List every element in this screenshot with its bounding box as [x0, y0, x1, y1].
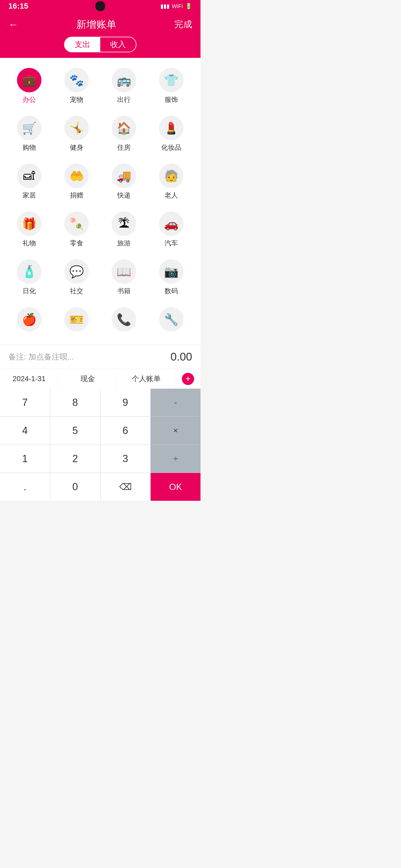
add-icon[interactable]: +	[182, 373, 194, 385]
category-item-fitness[interactable]: 🤸健身	[53, 111, 100, 156]
keypad: 789-456×123÷.0⌫OK	[0, 389, 200, 501]
category-icon-clothing: 👕	[159, 68, 183, 92]
key-ok[interactable]: OK	[151, 473, 200, 501]
key-6[interactable]: 6	[101, 417, 150, 444]
bottom-note-bar: 备注: 加点备注呗... 0.00	[0, 345, 200, 369]
category-item-shopping[interactable]: 🛒购物	[6, 111, 53, 156]
category-icon-cosmetics: 💄	[159, 116, 183, 140]
category-icon-donation: 🤲	[64, 163, 89, 188]
date-label: 2024-1-31	[12, 374, 46, 383]
category-label-cosmetics: 化妆品	[161, 143, 181, 152]
done-button[interactable]: 完成	[174, 18, 192, 31]
category-item-coupon[interactable]: 🎫	[53, 303, 100, 339]
tab-container: 支出 收入	[64, 37, 137, 52]
category-item-housing[interactable]: 🏠住房	[100, 111, 148, 156]
category-icon-gift: 🎁	[17, 211, 41, 236]
category-icon-snack: 🍡	[64, 211, 89, 236]
key-delete[interactable]: ⌫	[101, 473, 150, 501]
category-icon-car: 🚗	[159, 211, 183, 236]
back-button[interactable]: ←	[8, 19, 18, 30]
category-icon-tools: 🔧	[159, 307, 183, 332]
category-item-furniture[interactable]: 🛋家居	[6, 159, 53, 204]
category-icon-books: 📖	[112, 259, 136, 284]
category-label-pet: 宠物	[70, 95, 83, 104]
category-label-digital: 数码	[165, 286, 178, 296]
category-label-books: 书籍	[117, 286, 131, 296]
payment-method-selector[interactable]: 现金	[58, 369, 117, 389]
category-icon-shopping: 🛒	[17, 116, 41, 140]
category-icon-elderly: 🧓	[159, 163, 183, 188]
plus-symbol: +	[185, 374, 191, 384]
key-2[interactable]: 2	[50, 445, 100, 473]
category-item-tools[interactable]: 🔧	[148, 303, 195, 339]
category-item-food[interactable]: 🍎	[6, 303, 53, 339]
account-selector[interactable]: 个人账单	[117, 369, 175, 389]
category-item-cosmetics[interactable]: 💄化妆品	[148, 111, 195, 156]
key-7[interactable]: 7	[0, 389, 50, 416]
category-item-gift[interactable]: 🎁礼物	[6, 207, 53, 252]
note-placeholder[interactable]: 备注: 加点备注呗...	[8, 352, 74, 362]
key-0[interactable]: 0	[50, 473, 100, 501]
category-icon-delivery: 🚚	[112, 163, 136, 188]
category-icon-travel: 🏝	[112, 211, 136, 236]
category-label-fitness: 健身	[70, 143, 83, 152]
category-item-pet[interactable]: 🐾宠物	[53, 63, 100, 108]
key-1[interactable]: 1	[0, 445, 50, 473]
category-icon-coupon: 🎫	[64, 307, 89, 332]
page-title: 新增账单	[76, 18, 116, 31]
category-item-daily[interactable]: 🧴日化	[6, 255, 53, 300]
category-label-social: 社交	[70, 286, 83, 296]
category-icon-furniture: 🛋	[17, 163, 41, 188]
category-label-snack: 零食	[70, 239, 83, 248]
account-label: 个人账单	[132, 374, 161, 384]
key-8[interactable]: 8	[50, 389, 100, 416]
category-label-gift: 礼物	[23, 239, 36, 248]
category-label-office: 办公	[23, 95, 36, 104]
category-item-office[interactable]: 💼办公	[6, 63, 53, 108]
status-icons: ▮▮▮ WiFi 🔋	[161, 3, 192, 9]
key--[interactable]: -	[151, 389, 200, 416]
camera-notch	[95, 1, 105, 11]
key-3[interactable]: 3	[101, 445, 150, 473]
key-9[interactable]: 9	[101, 389, 150, 416]
tab-expense[interactable]: 支出	[65, 37, 100, 52]
category-label-furniture: 家居	[23, 191, 36, 200]
date-selector[interactable]: 2024-1-31	[0, 369, 58, 389]
category-item-transport[interactable]: 🚌出行	[100, 63, 148, 108]
category-icon-fitness: 🤸	[64, 116, 89, 140]
wifi-icon: WiFi	[172, 3, 183, 9]
category-label-transport: 出行	[117, 95, 131, 104]
key-.[interactable]: .	[0, 473, 50, 501]
category-icon-social: 💬	[64, 259, 89, 284]
category-item-books[interactable]: 📖书籍	[100, 255, 148, 300]
key-5[interactable]: 5	[50, 417, 100, 444]
header: ← 新增账单 完成	[0, 12, 200, 37]
tab-income[interactable]: 收入	[100, 37, 136, 52]
category-icon-transport: 🚌	[112, 68, 136, 92]
category-item-donation[interactable]: 🤲捐赠	[53, 159, 100, 204]
info-bar: 2024-1-31 现金 个人账单 +	[0, 369, 200, 389]
status-time: 16:15	[8, 2, 28, 10]
amount-display: 0.00	[170, 350, 192, 363]
category-label-clothing: 服饰	[165, 95, 178, 104]
key-÷[interactable]: ÷	[151, 445, 200, 473]
category-item-car[interactable]: 🚗汽车	[148, 207, 195, 252]
key-4[interactable]: 4	[0, 417, 50, 444]
category-label-delivery: 快递	[117, 191, 131, 200]
category-item-clothing[interactable]: 👕服饰	[148, 63, 195, 108]
battery-icon: 🔋	[185, 3, 192, 9]
category-item-digital[interactable]: 📷数码	[148, 255, 195, 300]
category-item-travel[interactable]: 🏝旅游	[100, 207, 148, 252]
signal-icon: ▮▮▮	[161, 3, 170, 9]
add-button-container[interactable]: +	[175, 369, 200, 389]
category-icon-office: 💼	[17, 68, 41, 92]
category-label-elderly: 老人	[165, 191, 178, 200]
key-×[interactable]: ×	[151, 417, 200, 444]
category-icon-food: 🍎	[17, 307, 41, 332]
category-item-phone[interactable]: 📞	[100, 303, 148, 339]
category-item-social[interactable]: 💬社交	[53, 255, 100, 300]
category-item-elderly[interactable]: 🧓老人	[148, 159, 195, 204]
category-item-snack[interactable]: 🍡零食	[53, 207, 100, 252]
category-item-delivery[interactable]: 🚚快递	[100, 159, 148, 204]
tab-switcher: 支出 收入	[0, 37, 200, 58]
